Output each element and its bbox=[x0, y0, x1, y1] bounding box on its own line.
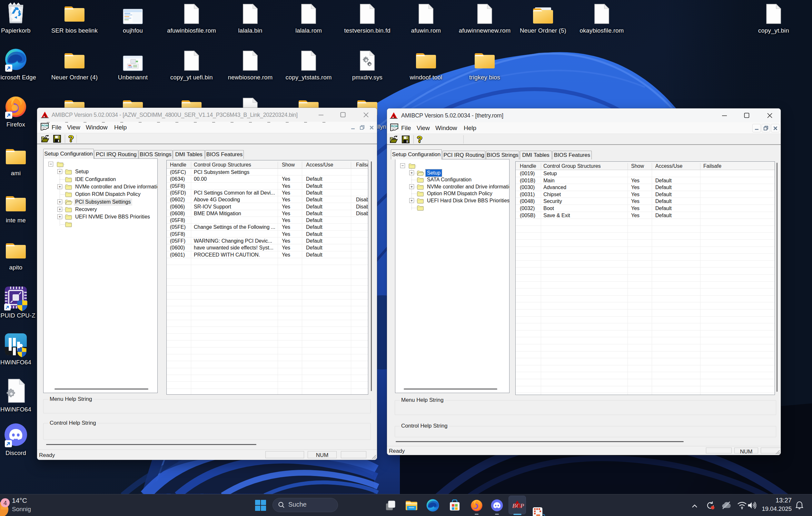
svg-text:▲: ▲ bbox=[392, 115, 395, 118]
svg-text:ROM: ROM bbox=[41, 124, 49, 127]
svg-text:BCP: BCP bbox=[512, 503, 524, 509]
svg-text:ROM: ROM bbox=[391, 124, 398, 128]
svg-text:4: 4 bbox=[4, 499, 7, 506]
svg-text:▲: ▲ bbox=[43, 115, 46, 118]
